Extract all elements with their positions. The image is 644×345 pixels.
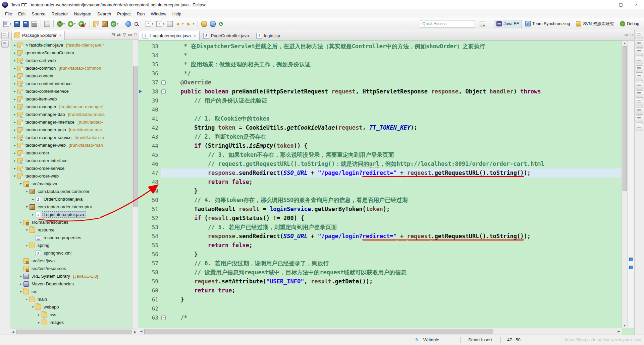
scroll-right-icon[interactable]: ▶ <box>616 328 622 335</box>
tree-item[interactable]: ▸taotao-content-service <box>10 87 138 95</box>
expander-icon[interactable]: ▸ <box>12 43 17 47</box>
tree-item[interactable]: ▾com.taotao.order.interceptor <box>10 203 138 211</box>
editor-tab-pagecontroller-java[interactable]: JPageController.java <box>200 31 253 40</box>
minimized-view-icon[interactable] <box>636 57 643 64</box>
scrollbar-thumb[interactable] <box>16 330 132 334</box>
expander-icon[interactable]: ▾ <box>24 228 30 232</box>
minimized-view-icon[interactable] <box>636 107 643 115</box>
expander-icon[interactable]: ▸ <box>12 159 17 162</box>
expander-icon[interactable]: ▾ <box>18 290 23 293</box>
minimize-view-icon[interactable]: ▭ <box>128 32 132 37</box>
expander-icon[interactable]: ▾ <box>24 244 30 247</box>
tree-item[interactable]: resource.properties <box>10 234 138 242</box>
perspective-debug[interactable]: Debug <box>617 20 642 28</box>
tree-item[interactable]: ▸JRE System Library[JavaSE-1.8] <box>10 272 138 280</box>
run-external-tools-button[interactable]: ▾ <box>77 20 88 28</box>
scroll-left-icon[interactable]: ◀ <box>138 328 144 335</box>
minimized-view-icon[interactable] <box>636 49 643 56</box>
forward-button[interactable]: ▾ <box>185 20 196 28</box>
tree-item[interactable]: ▾com.taotao.order.controller <box>10 188 138 195</box>
expander-icon[interactable]: ▸ <box>12 113 17 116</box>
expander-icon[interactable]: ▸ <box>12 166 17 170</box>
maximize-editor-icon[interactable]: □ <box>630 32 633 37</box>
expander-icon[interactable]: ▸ <box>36 321 42 324</box>
tree-item[interactable]: ▸taotao-content-interface <box>10 80 138 87</box>
perspective-java-ee[interactable]: Java EE <box>494 20 522 28</box>
tree-item[interactable]: ▾src <box>10 288 138 295</box>
expander-icon[interactable]: ▸ <box>12 143 17 147</box>
expander-icon[interactable]: ▸ <box>30 197 36 201</box>
minimized-view-icon[interactable] <box>636 124 643 131</box>
collapse-all-icon[interactable]: ⊟ <box>111 32 115 37</box>
new-wizard-button[interactable]: ▾ <box>2 20 12 28</box>
menu-navigate[interactable]: Navigate <box>71 10 94 17</box>
expander-icon[interactable]: ▾ <box>24 205 30 209</box>
code-editor[interactable]: 33 * 在DispatcherServlet拦截之后，在进入目标方法（其实就是… <box>138 41 635 335</box>
scrollbar-thumb[interactable] <box>133 66 138 207</box>
restore-views-icon[interactable] <box>636 32 643 39</box>
save-button[interactable] <box>13 20 21 28</box>
save-all-button[interactable] <box>21 20 30 28</box>
expander-icon[interactable]: ▸ <box>36 313 42 317</box>
expander-icon[interactable]: ▸ <box>18 274 23 278</box>
menu-source[interactable]: Source <box>29 10 48 17</box>
collapse-fold-icon[interactable]: − <box>161 80 166 85</box>
minimized-view-icon[interactable] <box>636 65 643 73</box>
editor-vertical-scrollbar[interactable]: ▲ ▼ <box>622 41 628 328</box>
minimized-view-icon[interactable] <box>636 40 643 48</box>
tree-item[interactable]: ▸taotao-content <box>10 72 138 80</box>
minimized-view-icon[interactable] <box>636 116 643 123</box>
menu-project[interactable]: Project <box>114 10 133 17</box>
expander-icon[interactable]: ▸ <box>12 136 17 139</box>
tree-item[interactable]: ▸images <box>10 319 138 326</box>
scroll-down-icon[interactable]: ▼ <box>622 323 628 328</box>
expander-icon[interactable]: ▾ <box>24 190 30 193</box>
minimized-view-icon[interactable] <box>1 40 9 48</box>
maximize-button[interactable]: ▢ <box>613 0 629 9</box>
menu-run[interactable]: Run <box>134 10 148 17</box>
scroll-right-icon[interactable]: ▶ <box>132 329 138 335</box>
tree-item[interactable]: ▸OrderController.java <box>10 195 138 203</box>
maximize-view-icon[interactable]: □ <box>134 32 137 37</box>
new-java-project-button[interactable] <box>92 20 100 28</box>
expander-icon[interactable]: ▾ <box>18 220 23 224</box>
expander-icon[interactable]: ▸ <box>12 105 17 109</box>
menu-file[interactable]: File <box>2 10 15 17</box>
debug-button[interactable]: ▾ <box>56 20 66 28</box>
overview-ruler[interactable] <box>627 41 635 328</box>
scrollbar-thumb[interactable] <box>623 46 627 191</box>
scroll-left-icon[interactable]: ◀ <box>10 329 16 335</box>
menu-search[interactable]: Search <box>94 10 114 17</box>
tree-item[interactable]: ▸taotao-item-web <box>10 95 138 103</box>
tree-item[interactable]: ▸LoginInterceptor.java <box>10 211 138 218</box>
link-with-editor-icon[interactable]: ⇄ <box>117 32 121 37</box>
tree-item[interactable]: ▸taotao-order <box>10 149 138 157</box>
new-class-button[interactable]: ▾ <box>109 20 120 28</box>
minimized-view-icon[interactable] <box>636 99 643 106</box>
expander-icon[interactable]: ▸ <box>12 74 17 78</box>
svn-commit-button[interactable] <box>209 20 217 28</box>
menu-window[interactable]: Window <box>148 10 169 17</box>
expander-icon[interactable]: ▾ <box>30 305 36 309</box>
editor-tab-logininterceptor-java[interactable]: JLoginInterceptor.java× <box>139 31 200 40</box>
tree-item[interactable]: ▸taotao-order-interface <box>10 157 138 164</box>
tree-item[interactable]: springmvc.xml <box>10 249 138 257</box>
tree-item[interactable]: ▾spring <box>10 242 138 249</box>
print-button[interactable] <box>30 20 39 28</box>
last-edit-location-button[interactable] <box>166 20 174 28</box>
tree-item[interactable]: ▾webapp <box>10 303 138 311</box>
minimize-button[interactable]: – <box>598 0 613 9</box>
next-annotation-button[interactable]: ▾ <box>144 20 155 28</box>
expander-icon[interactable]: ▸ <box>12 97 17 101</box>
editor-tab-login-jsp[interactable]: Jlogin.jsp <box>253 31 284 40</box>
tree-item[interactable]: ▸taotao-manager[trunk/taotao-manager] <box>10 103 138 111</box>
quick-access-input[interactable] <box>420 20 475 27</box>
expander-icon[interactable]: ▸ <box>12 82 17 85</box>
expander-icon[interactable]: ▸ <box>12 151 17 155</box>
expander-icon[interactable]: ▸ <box>18 282 23 286</box>
open-perspective-button[interactable] <box>478 20 488 28</box>
overview-marker[interactable] <box>629 266 633 269</box>
expander-icon[interactable]: ▸ <box>12 120 17 124</box>
tree-item[interactable]: ▾resource <box>10 226 138 234</box>
tree-item[interactable]: ▸taotao-manager-pojo[trunk/taotao-mar <box>10 126 138 134</box>
